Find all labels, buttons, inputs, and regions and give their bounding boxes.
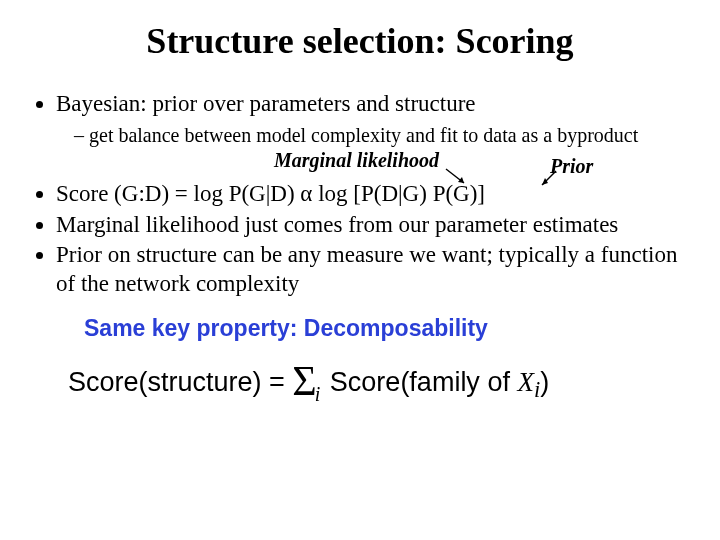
- slide-title: Structure selection: Scoring: [28, 20, 692, 62]
- eq-rhs2: ): [540, 367, 549, 397]
- sub-balance: get balance between model complexity and…: [74, 123, 692, 148]
- eq-sigma-sub: i: [315, 383, 321, 405]
- bullet-marginal: Marginal likelihood just comes from our …: [56, 211, 692, 240]
- eq-lhs: Score(structure) =: [68, 367, 292, 397]
- annotation-row: Marginal likelihood Prior: [56, 148, 692, 176]
- eq-rhs1: Score(family of: [322, 367, 517, 397]
- sub-list: get balance between model complexity and…: [56, 123, 692, 148]
- prior-label: Prior: [550, 154, 593, 179]
- bullet-prior: Prior on structure can be any measure we…: [56, 241, 692, 299]
- marginal-likelihood-label: Marginal likelihood: [274, 148, 439, 173]
- bullet-list: Bayesian: prior over parameters and stru…: [34, 90, 692, 299]
- bullet-score-formula: Score (G:D) = log P(G|D) α log [P(D|G) P…: [56, 180, 692, 209]
- bullet-bayesian-text: Bayesian: prior over parameters and stru…: [56, 91, 476, 116]
- decomposability-line: Same key property: Decomposability: [84, 315, 692, 342]
- bullet-bayesian: Bayesian: prior over parameters and stru…: [56, 90, 692, 176]
- slide: Structure selection: Scoring Bayesian: p…: [0, 0, 720, 540]
- score-equation: Score(structure) = Σi Score(family of Xi…: [68, 354, 692, 403]
- eq-xi: Xi: [517, 367, 540, 397]
- eq-xi-letter: X: [517, 367, 534, 397]
- sigma-icon: Σ: [292, 358, 316, 404]
